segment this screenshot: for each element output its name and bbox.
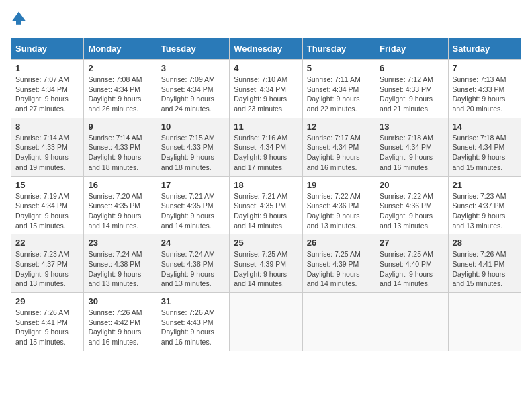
day-number: 30: [88, 296, 152, 306]
calendar-cell: 15 Sunrise: 7:19 AM Sunset: 4:34 PM Dayl…: [11, 176, 84, 234]
day-info: Sunrise: 7:22 AM Sunset: 4:36 PM Dayligh…: [380, 191, 443, 231]
calendar-cell: 18 Sunrise: 7:21 AM Sunset: 4:35 PM Dayl…: [230, 176, 302, 234]
logo: [11, 11, 30, 30]
weekday-header-monday: Monday: [84, 38, 157, 60]
day-number: 8: [15, 122, 79, 132]
day-number: 14: [453, 122, 517, 132]
calendar-cell: 23 Sunrise: 7:24 AM Sunset: 4:38 PM Dayl…: [84, 234, 157, 293]
day-info: Sunrise: 7:09 AM Sunset: 4:34 PM Dayligh…: [161, 75, 225, 114]
weekday-header-wednesday: Wednesday: [230, 38, 302, 60]
calendar-cell: [375, 293, 448, 351]
day-info: Sunrise: 7:26 AM Sunset: 4:41 PM Dayligh…: [453, 249, 517, 289]
calendar-cell: 12 Sunrise: 7:17 AM Sunset: 4:34 PM Dayl…: [302, 118, 375, 176]
logo-icon: [11, 11, 27, 27]
weekday-header-tuesday: Tuesday: [157, 38, 229, 60]
calendar-cell: 7 Sunrise: 7:13 AM Sunset: 4:33 PM Dayli…: [448, 60, 521, 118]
day-number: 6: [380, 63, 443, 73]
calendar-cell: 3 Sunrise: 7:09 AM Sunset: 4:34 PM Dayli…: [157, 60, 229, 118]
calendar-table: SundayMondayTuesdayWednesdayThursdayFrid…: [11, 38, 521, 351]
calendar-cell: 11 Sunrise: 7:16 AM Sunset: 4:34 PM Dayl…: [230, 118, 302, 176]
calendar-cell: 16 Sunrise: 7:20 AM Sunset: 4:35 PM Dayl…: [84, 176, 157, 234]
day-number: 12: [307, 122, 371, 132]
calendar-cell: 6 Sunrise: 7:12 AM Sunset: 4:33 PM Dayli…: [375, 60, 448, 118]
day-number: 2: [88, 63, 152, 73]
calendar-cell: 10 Sunrise: 7:15 AM Sunset: 4:33 PM Dayl…: [157, 118, 229, 176]
day-number: 24: [161, 238, 225, 248]
day-info: Sunrise: 7:12 AM Sunset: 4:33 PM Dayligh…: [380, 75, 443, 114]
day-number: 1: [15, 63, 79, 73]
day-info: Sunrise: 7:13 AM Sunset: 4:33 PM Dayligh…: [453, 75, 517, 114]
day-info: Sunrise: 7:25 AM Sunset: 4:39 PM Dayligh…: [307, 249, 371, 289]
day-info: Sunrise: 7:07 AM Sunset: 4:34 PM Dayligh…: [15, 75, 79, 114]
day-info: Sunrise: 7:18 AM Sunset: 4:34 PM Dayligh…: [380, 133, 443, 173]
day-info: Sunrise: 7:18 AM Sunset: 4:34 PM Dayligh…: [453, 133, 517, 173]
calendar-cell: 5 Sunrise: 7:11 AM Sunset: 4:34 PM Dayli…: [302, 60, 375, 118]
day-info: Sunrise: 7:08 AM Sunset: 4:34 PM Dayligh…: [88, 75, 152, 114]
calendar-cell: [448, 293, 521, 351]
calendar-cell: 28 Sunrise: 7:26 AM Sunset: 4:41 PM Dayl…: [448, 234, 521, 293]
day-info: Sunrise: 7:16 AM Sunset: 4:34 PM Dayligh…: [234, 133, 298, 173]
calendar-cell: 27 Sunrise: 7:25 AM Sunset: 4:40 PM Dayl…: [375, 234, 448, 293]
calendar-cell: 14 Sunrise: 7:18 AM Sunset: 4:34 PM Dayl…: [448, 118, 521, 176]
calendar-cell: 17 Sunrise: 7:21 AM Sunset: 4:35 PM Dayl…: [157, 176, 229, 234]
weekday-header-sunday: Sunday: [11, 38, 84, 60]
calendar-cell: 24 Sunrise: 7:24 AM Sunset: 4:38 PM Dayl…: [157, 234, 229, 293]
day-number: 13: [380, 122, 443, 132]
day-number: 3: [161, 63, 225, 73]
svg-marker-0: [12, 12, 26, 21]
calendar-cell: 21 Sunrise: 7:23 AM Sunset: 4:37 PM Dayl…: [448, 176, 521, 234]
day-number: 19: [307, 180, 371, 190]
day-number: 10: [161, 122, 225, 132]
day-info: Sunrise: 7:20 AM Sunset: 4:35 PM Dayligh…: [88, 191, 152, 231]
weekday-header-friday: Friday: [375, 38, 448, 60]
calendar-cell: 29 Sunrise: 7:26 AM Sunset: 4:41 PM Dayl…: [11, 293, 84, 351]
day-number: 11: [234, 122, 298, 132]
calendar-cell: 9 Sunrise: 7:14 AM Sunset: 4:33 PM Dayli…: [84, 118, 157, 176]
day-number: 28: [453, 238, 517, 248]
day-info: Sunrise: 7:21 AM Sunset: 4:35 PM Dayligh…: [234, 191, 298, 231]
svg-rect-1: [16, 21, 21, 25]
day-info: Sunrise: 7:24 AM Sunset: 4:38 PM Dayligh…: [88, 249, 152, 289]
day-number: 22: [15, 238, 79, 248]
day-number: 16: [88, 180, 152, 190]
day-info: Sunrise: 7:26 AM Sunset: 4:43 PM Dayligh…: [161, 308, 225, 347]
calendar-cell: 26 Sunrise: 7:25 AM Sunset: 4:39 PM Dayl…: [302, 234, 375, 293]
day-info: Sunrise: 7:14 AM Sunset: 4:33 PM Dayligh…: [15, 133, 79, 173]
day-info: Sunrise: 7:14 AM Sunset: 4:33 PM Dayligh…: [88, 133, 152, 173]
day-info: Sunrise: 7:25 AM Sunset: 4:40 PM Dayligh…: [380, 249, 443, 289]
day-number: 29: [15, 296, 79, 306]
calendar-cell: 13 Sunrise: 7:18 AM Sunset: 4:34 PM Dayl…: [375, 118, 448, 176]
day-number: 7: [453, 63, 517, 73]
day-info: Sunrise: 7:10 AM Sunset: 4:34 PM Dayligh…: [234, 75, 298, 114]
day-number: 27: [380, 238, 443, 248]
day-info: Sunrise: 7:25 AM Sunset: 4:39 PM Dayligh…: [234, 249, 298, 289]
day-number: 15: [15, 180, 79, 190]
calendar-cell: [302, 293, 375, 351]
day-number: 9: [88, 122, 152, 132]
day-number: 20: [380, 180, 443, 190]
calendar-cell: 4 Sunrise: 7:10 AM Sunset: 4:34 PM Dayli…: [230, 60, 302, 118]
calendar-cell: 25 Sunrise: 7:25 AM Sunset: 4:39 PM Dayl…: [230, 234, 302, 293]
day-info: Sunrise: 7:17 AM Sunset: 4:34 PM Dayligh…: [307, 133, 371, 173]
day-number: 18: [234, 180, 298, 190]
day-number: 23: [88, 238, 152, 248]
day-info: Sunrise: 7:23 AM Sunset: 4:37 PM Dayligh…: [15, 249, 79, 289]
day-number: 5: [307, 63, 371, 73]
calendar-cell: [230, 293, 302, 351]
day-info: Sunrise: 7:23 AM Sunset: 4:37 PM Dayligh…: [453, 191, 517, 231]
day-number: 31: [161, 296, 225, 306]
calendar-cell: 8 Sunrise: 7:14 AM Sunset: 4:33 PM Dayli…: [11, 118, 84, 176]
calendar-cell: 2 Sunrise: 7:08 AM Sunset: 4:34 PM Dayli…: [84, 60, 157, 118]
day-info: Sunrise: 7:15 AM Sunset: 4:33 PM Dayligh…: [161, 133, 225, 173]
calendar-cell: 19 Sunrise: 7:22 AM Sunset: 4:36 PM Dayl…: [302, 176, 375, 234]
calendar-cell: 30 Sunrise: 7:26 AM Sunset: 4:42 PM Dayl…: [84, 293, 157, 351]
calendar-cell: 1 Sunrise: 7:07 AM Sunset: 4:34 PM Dayli…: [11, 60, 84, 118]
day-info: Sunrise: 7:26 AM Sunset: 4:42 PM Dayligh…: [88, 308, 152, 347]
day-number: 17: [161, 180, 225, 190]
day-number: 4: [234, 63, 298, 73]
calendar-cell: 22 Sunrise: 7:23 AM Sunset: 4:37 PM Dayl…: [11, 234, 84, 293]
day-number: 21: [453, 180, 517, 190]
day-info: Sunrise: 7:22 AM Sunset: 4:36 PM Dayligh…: [307, 191, 371, 231]
day-info: Sunrise: 7:26 AM Sunset: 4:41 PM Dayligh…: [15, 308, 79, 347]
header: [11, 11, 521, 30]
